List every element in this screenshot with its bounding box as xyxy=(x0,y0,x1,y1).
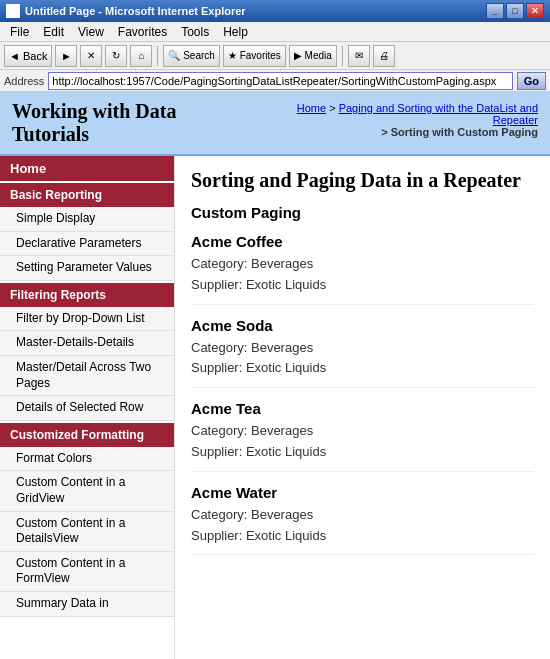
sidebar-item-custom-content-detailsview[interactable]: Custom Content in a DetailsView xyxy=(0,512,174,552)
menu-favorites[interactable]: Favorites xyxy=(112,23,173,41)
sidebar-item-custom-content-formview[interactable]: Custom Content in a FormView xyxy=(0,552,174,592)
address-bar: Address Go xyxy=(0,70,550,92)
window-controls: _ □ ✕ xyxy=(486,3,544,19)
supplier-label-2: Supplier: xyxy=(191,444,246,459)
sidebar-section-customized-formatting[interactable]: Customized Formatting xyxy=(0,423,174,447)
print-button[interactable]: 🖨 xyxy=(373,45,395,67)
sidebar-item-simple-display[interactable]: Simple Display xyxy=(0,207,174,232)
product-detail-0: Category: Beverages Supplier: Exotic Liq… xyxy=(191,254,534,296)
search-button[interactable]: 🔍 Search xyxy=(163,45,219,67)
browser-content: Working with Data Tutorials Home > Pagin… xyxy=(0,92,550,659)
breadcrumb: Home > Paging and Sorting with the DataL… xyxy=(254,100,538,138)
product-block-1: Acme Soda Category: Beverages Supplier: … xyxy=(191,317,534,389)
product-detail-1: Category: Beverages Supplier: Exotic Liq… xyxy=(191,338,534,380)
sidebar-item-summary-data[interactable]: Summary Data in xyxy=(0,592,174,617)
address-label: Address xyxy=(4,75,44,87)
maximize-button[interactable]: □ xyxy=(506,3,524,19)
toolbar: ◄ Back ► ✕ ↻ ⌂ 🔍 Search ★ Favorites ▶ Me… xyxy=(0,42,550,70)
supplier-label-1: Supplier: xyxy=(191,360,246,375)
main-content: Sorting and Paging Data in a Repeater Cu… xyxy=(175,156,550,659)
menu-help[interactable]: Help xyxy=(217,23,254,41)
sidebar: Home Basic Reporting Simple Display Decl… xyxy=(0,156,175,659)
supplier-label-3: Supplier: xyxy=(191,528,246,543)
menu-file[interactable]: File xyxy=(4,23,35,41)
category-value-3: Beverages xyxy=(251,507,313,522)
site-title: Working with Data Tutorials xyxy=(12,100,254,146)
window-title: Untitled Page - Microsoft Internet Explo… xyxy=(25,5,246,17)
category-label-3: Category: xyxy=(191,507,251,522)
product-detail-3: Category: Beverages Supplier: Exotic Liq… xyxy=(191,505,534,547)
forward-button[interactable]: ► xyxy=(55,45,77,67)
supplier-value-3: Exotic Liquids xyxy=(246,528,326,543)
refresh-button[interactable]: ↻ xyxy=(105,45,127,67)
breadcrumb-parent[interactable]: Paging and Sorting with the DataList and… xyxy=(339,102,538,126)
category-value-1: Beverages xyxy=(251,340,313,355)
title-bar: Untitled Page - Microsoft Internet Explo… xyxy=(0,0,550,22)
stop-button[interactable]: ✕ xyxy=(80,45,102,67)
supplier-value-2: Exotic Liquids xyxy=(246,444,326,459)
menu-tools[interactable]: Tools xyxy=(175,23,215,41)
back-button[interactable]: ◄ Back xyxy=(4,45,52,67)
sidebar-item-master-details[interactable]: Master-Details-Details xyxy=(0,331,174,356)
supplier-label-0: Supplier: xyxy=(191,277,246,292)
menu-bar: File Edit View Favorites Tools Help xyxy=(0,22,550,42)
page-title: Sorting and Paging Data in a Repeater xyxy=(191,168,534,192)
favorites-button[interactable]: ★ Favorites xyxy=(223,45,286,67)
sidebar-home[interactable]: Home xyxy=(0,156,174,181)
page-header: Working with Data Tutorials Home > Pagin… xyxy=(0,92,550,156)
category-value-2: Beverages xyxy=(251,423,313,438)
sidebar-item-format-colors[interactable]: Format Colors xyxy=(0,447,174,472)
sidebar-section-filtering-reports[interactable]: Filtering Reports xyxy=(0,283,174,307)
category-label-1: Category: xyxy=(191,340,251,355)
product-block-0: Acme Coffee Category: Beverages Supplier… xyxy=(191,233,534,305)
menu-edit[interactable]: Edit xyxy=(37,23,70,41)
supplier-value-1: Exotic Liquids xyxy=(246,360,326,375)
address-input[interactable] xyxy=(48,72,512,90)
product-name-0: Acme Coffee xyxy=(191,233,534,250)
sidebar-item-declarative-parameters[interactable]: Declarative Parameters xyxy=(0,232,174,257)
sidebar-item-master-detail-two-pages[interactable]: Master/Detail Across Two Pages xyxy=(0,356,174,396)
sidebar-item-custom-content-gridview[interactable]: Custom Content in a GridView xyxy=(0,471,174,511)
mail-button[interactable]: ✉ xyxy=(348,45,370,67)
product-block-3: Acme Water Category: Beverages Supplier:… xyxy=(191,484,534,556)
breadcrumb-current: > Sorting with Custom Paging xyxy=(381,126,538,138)
sidebar-item-details-selected-row[interactable]: Details of Selected Row xyxy=(0,396,174,421)
breadcrumb-home[interactable]: Home xyxy=(297,102,326,114)
product-block-2: Acme Tea Category: Beverages Supplier: E… xyxy=(191,400,534,472)
product-name-1: Acme Soda xyxy=(191,317,534,334)
sidebar-item-filter-dropdown[interactable]: Filter by Drop-Down List xyxy=(0,307,174,332)
content-wrapper: Home Basic Reporting Simple Display Decl… xyxy=(0,156,550,659)
toolbar-separator2 xyxy=(342,46,343,66)
window-icon xyxy=(6,4,20,18)
minimize-button[interactable]: _ xyxy=(486,3,504,19)
sidebar-item-setting-parameter-values[interactable]: Setting Parameter Values xyxy=(0,256,174,281)
go-button[interactable]: Go xyxy=(517,72,546,90)
category-label-0: Category: xyxy=(191,256,251,271)
product-name-2: Acme Tea xyxy=(191,400,534,417)
section-heading: Custom Paging xyxy=(191,204,534,221)
category-value-0: Beverages xyxy=(251,256,313,271)
menu-view[interactable]: View xyxy=(72,23,110,41)
category-label-2: Category: xyxy=(191,423,251,438)
supplier-value-0: Exotic Liquids xyxy=(246,277,326,292)
product-name-3: Acme Water xyxy=(191,484,534,501)
toolbar-separator xyxy=(157,46,158,66)
media-button[interactable]: ▶ Media xyxy=(289,45,337,67)
sidebar-section-basic-reporting[interactable]: Basic Reporting xyxy=(0,183,174,207)
home-button[interactable]: ⌂ xyxy=(130,45,152,67)
product-detail-2: Category: Beverages Supplier: Exotic Liq… xyxy=(191,421,534,463)
close-button[interactable]: ✕ xyxy=(526,3,544,19)
